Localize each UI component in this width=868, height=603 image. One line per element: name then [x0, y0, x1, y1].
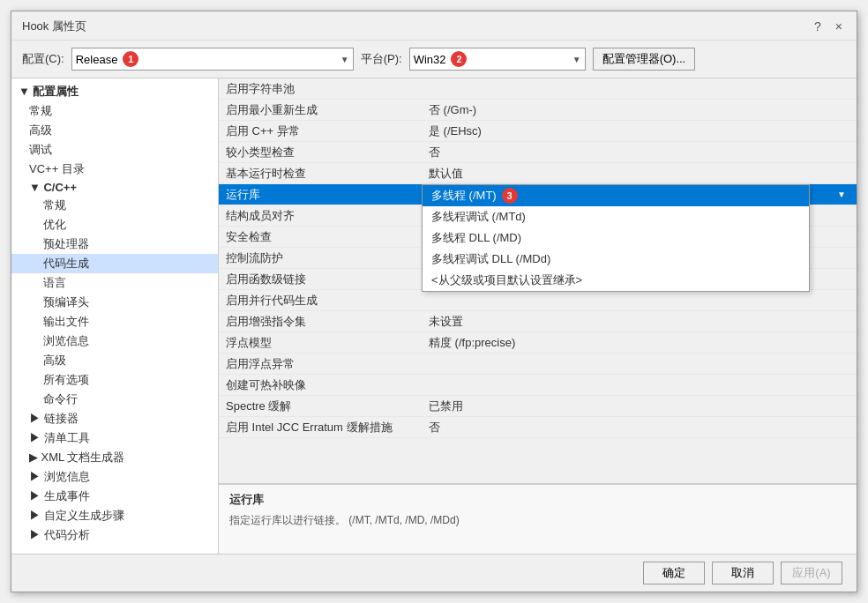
tree-item-label: 预编译头: [43, 294, 89, 310]
tree-item[interactable]: 浏览信息: [11, 331, 218, 351]
property-value: 已禁用: [429, 398, 849, 414]
tree-item-label: VC++ 目录: [29, 161, 85, 177]
property-value: 否: [429, 420, 849, 436]
tree-item-label: ▶ 自定义生成步骤: [29, 508, 124, 524]
tree-item-label: 常规: [29, 103, 52, 119]
tree-item[interactable]: ▶ 生成事件: [11, 487, 218, 506]
property-row[interactable]: Spectre 缓解已禁用: [219, 396, 857, 417]
tree-item[interactable]: 预处理器: [11, 234, 218, 254]
tree-item[interactable]: 常规: [11, 196, 218, 215]
property-row[interactable]: 启用 C++ 异常是 (/EHsc): [219, 121, 857, 142]
tree-item[interactable]: ▶ 代码分析: [11, 525, 218, 545]
help-button[interactable]: ?: [811, 19, 825, 34]
tree-item-label: ▶ 浏览信息: [29, 469, 90, 485]
property-name: 较小类型检查: [226, 145, 429, 160]
tree-item[interactable]: VC++ 目录: [11, 160, 218, 179]
tree-item[interactable]: 语言: [11, 273, 218, 293]
platform-select[interactable]: Win32 2 ▼: [409, 48, 586, 71]
tree-item-label: 常规: [43, 197, 66, 213]
tree-item[interactable]: ▼ 配置属性: [11, 82, 218, 101]
config-label: 配置(C):: [22, 51, 64, 67]
property-row[interactable]: 浮点模型精度 (/fp:precise): [219, 332, 857, 354]
property-row[interactable]: 启用字符串池: [219, 78, 857, 100]
property-name: 浮点模型: [226, 335, 429, 351]
tree-item[interactable]: 高级: [11, 121, 218, 140]
tree-item[interactable]: 高级: [11, 351, 218, 370]
tree-item[interactable]: ▶ 清单工具: [11, 428, 218, 448]
platform-select-arrow: ▼: [572, 55, 581, 64]
tree-item-label: ▼ 配置属性: [19, 84, 79, 100]
right-panel: 启用字符串池启用最小重新生成否 (/Gm-)启用 C++ 异常是 (/EHsc)…: [219, 78, 857, 554]
apply-button[interactable]: 应用(A): [781, 562, 842, 584]
ok-button[interactable]: 确定: [643, 562, 705, 584]
tree-item-label: 高级: [29, 123, 52, 138]
property-name: 启用并行代码生成: [226, 293, 429, 309]
tree-item-label: 浏览信息: [43, 333, 89, 349]
tree-item-label: ▼ C/C++: [29, 181, 77, 194]
property-name: 创建可热补映像: [226, 377, 429, 393]
tree-item-label: 代码生成: [43, 256, 89, 272]
tree-item[interactable]: 预编译头: [11, 293, 218, 312]
dialog: Hook 属性页 ? × 配置(C): Release 1 ▼ 平台(P): W…: [11, 11, 857, 592]
tree-item-label: 语言: [43, 275, 66, 291]
tree-item[interactable]: ▶ 浏览信息: [11, 467, 218, 487]
property-row[interactable]: 启用并行代码生成: [219, 290, 857, 311]
config-value: Release: [76, 53, 118, 66]
description-panel: 运行库 指定运行库以进行链接。 (/MT, /MTd, /MD, /MDd): [219, 483, 857, 554]
property-name: 启用增强指令集: [226, 314, 429, 330]
dropdown-item[interactable]: 多线程调试 DLL (/MDd): [423, 249, 809, 270]
tree-item[interactable]: 命令行: [11, 390, 218, 409]
property-row[interactable]: 创建可热补映像: [219, 375, 857, 396]
property-name: 启用 Intel JCC Erratum 缓解措施: [226, 420, 429, 436]
dropdown-arrow-icon[interactable]: ▼: [834, 190, 849, 199]
property-value: 精度 (/fp:precise): [429, 335, 849, 351]
platform-value: Win32: [414, 53, 446, 66]
content-area: ▼ 配置属性常规高级调试VC++ 目录▼ C/C++常规优化预处理器代码生成语言…: [11, 78, 857, 554]
property-name: 启用 C++ 异常: [226, 123, 429, 139]
dropdown-item[interactable]: 多线程 DLL (/MD): [423, 227, 809, 249]
cancel-button[interactable]: 取消: [712, 562, 774, 584]
left-panel: ▼ 配置属性常规高级调试VC++ 目录▼ C/C++常规优化预处理器代码生成语言…: [11, 78, 219, 554]
tree-item[interactable]: ▶ 自定义生成步骤: [11, 506, 218, 525]
property-row[interactable]: 启用最小重新生成否 (/Gm-): [219, 100, 857, 121]
property-name: 安全检查: [226, 229, 429, 245]
tree-item[interactable]: 代码生成: [11, 254, 218, 273]
config-select[interactable]: Release 1 ▼: [71, 48, 354, 71]
property-row[interactable]: 较小类型检查否: [219, 142, 857, 163]
tree-item[interactable]: 输出文件: [11, 312, 218, 331]
property-value: 否 (/Gm-): [429, 102, 849, 118]
property-value: 是 (/EHsc): [429, 123, 849, 139]
dropdown-item[interactable]: 多线程调试 (/MTd): [423, 206, 809, 227]
tree-item[interactable]: 所有选项: [11, 370, 218, 390]
title-bar: Hook 属性页 ? ×: [11, 11, 857, 41]
tree-item-label: ▶ 清单工具: [29, 430, 90, 446]
platform-label: 平台(P):: [361, 51, 402, 67]
tree-item-label: 优化: [43, 217, 66, 233]
tree-item[interactable]: 常规: [11, 101, 218, 121]
property-row[interactable]: 基本运行时检查默认值: [219, 163, 857, 184]
config-select-arrow: ▼: [340, 55, 349, 64]
tree-item-label: ▶ 生成事件: [29, 488, 90, 504]
property-row[interactable]: 启用浮点异常: [219, 354, 857, 375]
tree-item[interactable]: ▶ 链接器: [11, 409, 218, 428]
tree-item[interactable]: ▼ C/C++: [11, 179, 218, 196]
dialog-title: Hook 属性页: [22, 19, 86, 34]
property-row[interactable]: 启用增强指令集未设置: [219, 311, 857, 332]
close-button[interactable]: ×: [832, 19, 846, 34]
property-name: 启用最小重新生成: [226, 102, 429, 118]
config-manager-button[interactable]: 配置管理器(O)...: [593, 48, 696, 71]
property-value: 默认值: [429, 166, 849, 182]
platform-badge: 2: [451, 51, 467, 67]
dropdown-item[interactable]: 多线程 (/MT)3: [423, 185, 809, 206]
tree-item[interactable]: 优化: [11, 215, 218, 234]
runtime-dropdown[interactable]: 多线程 (/MT)3多线程调试 (/MTd)多线程 DLL (/MD)多线程调试…: [422, 184, 810, 292]
tree-item[interactable]: ▶ XML 文档生成器: [11, 448, 218, 467]
footer: 确定 取消 应用(A): [11, 554, 857, 592]
tree-item[interactable]: 调试: [11, 140, 218, 160]
property-row[interactable]: 启用 Intel JCC Erratum 缓解措施否: [219, 417, 857, 438]
property-name: 结构成员对齐: [226, 208, 429, 224]
dropdown-item[interactable]: <从父级或项目默认设置继承>: [423, 270, 809, 291]
property-name: 运行库: [226, 187, 429, 203]
tree-scroll[interactable]: ▼ 配置属性常规高级调试VC++ 目录▼ C/C++常规优化预处理器代码生成语言…: [11, 78, 218, 554]
title-bar-buttons: ? ×: [811, 19, 846, 34]
